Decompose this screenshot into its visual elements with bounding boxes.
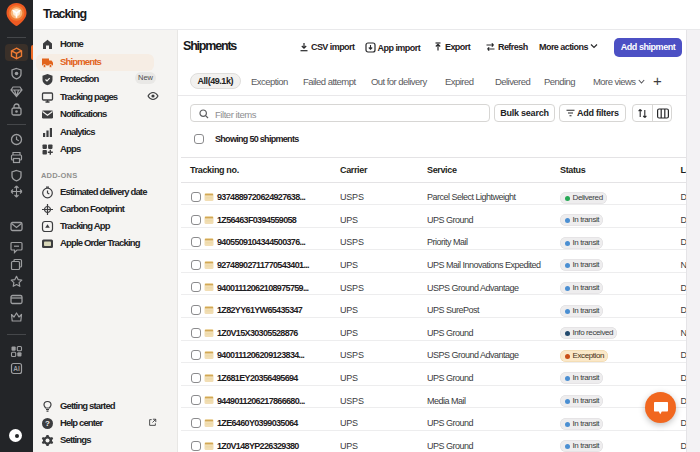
svg-text:AI: AI [13, 365, 20, 372]
svg-text:?: ? [45, 419, 50, 428]
